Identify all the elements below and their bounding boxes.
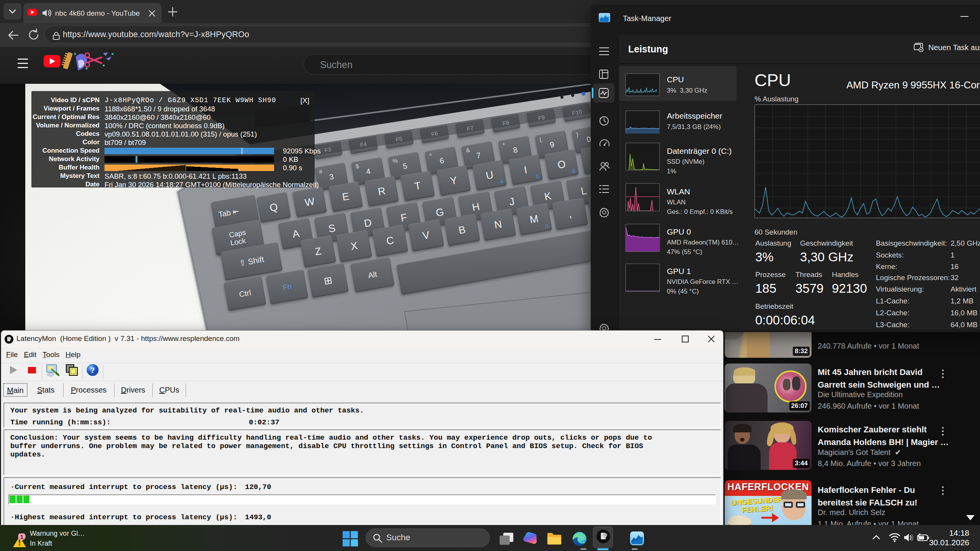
svg-text:1: 1: [20, 533, 23, 540]
svg-text:?: ?: [91, 365, 95, 375]
